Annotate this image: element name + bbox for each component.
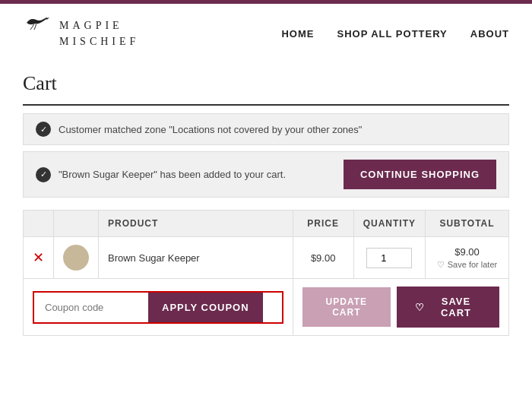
- notice-added-label: "Brown Sugar Keeper" has been added to y…: [59, 169, 286, 180]
- update-cart-button[interactable]: UPDATE CART: [302, 287, 391, 327]
- check-icon-2: ✓: [36, 167, 51, 182]
- logo-bird-icon: [23, 14, 53, 36]
- save-later-label: Save for later: [448, 260, 497, 269]
- notice-added: ✓ "Brown Sugar Keeper" has been added to…: [23, 151, 509, 198]
- subtotal-cell: $9.00 ♡ Save for later: [426, 237, 509, 279]
- notice-zone-text: Customer matched zone "Locations not cov…: [59, 124, 362, 135]
- heart-icon: ♡: [437, 260, 445, 270]
- product-thumbnail: [63, 245, 89, 271]
- cart-table: PRODUCT PRICE QUANTITY SUBTOTAL ✕ Brown …: [23, 210, 509, 336]
- col-header-img: [54, 211, 99, 237]
- logo-area: MAGPIE MISCHIEF: [23, 17, 139, 49]
- nav-item-home[interactable]: HOME: [281, 28, 314, 40]
- col-header-remove: [24, 211, 54, 237]
- col-header-subtotal: SUBTOTAL: [426, 211, 509, 237]
- save-cart-button[interactable]: ♡ SAVE CART: [397, 287, 499, 328]
- save-cart-label: SAVE CART: [431, 296, 481, 318]
- coupon-cell: APPLY COUPON: [24, 279, 293, 336]
- col-header-price: PRICE: [293, 211, 353, 237]
- remove-cell: ✕: [24, 237, 54, 279]
- coupon-input[interactable]: [34, 294, 148, 321]
- cart-actions-cell: UPDATE CART ♡ SAVE CART: [293, 279, 508, 336]
- notice-added-text: ✓ "Brown Sugar Keeper" has been added to…: [36, 167, 286, 182]
- image-cell: [54, 237, 99, 279]
- nav-item-shop[interactable]: SHOP ALL POTTERY: [337, 28, 447, 40]
- check-icon-1: ✓: [36, 122, 51, 137]
- notice-zone: ✓ Customer matched zone "Locations not c…: [23, 113, 509, 145]
- title-divider: [23, 104, 509, 106]
- main-content: Cart ✓ Customer matched zone "Locations …: [0, 57, 532, 351]
- logo-text: MAGPIE MISCHIEF: [59, 17, 139, 49]
- price-cell: $9.00: [293, 237, 353, 279]
- save-for-later[interactable]: ♡ Save for later: [435, 260, 499, 270]
- cart-table-header: PRODUCT PRICE QUANTITY SUBTOTAL: [24, 211, 509, 237]
- table-row: ✕ Brown Sugar Keeper $9.00 $9.00 ♡ Save …: [24, 237, 509, 279]
- page-title: Cart: [23, 72, 509, 95]
- coupon-area: APPLY COUPON: [33, 291, 283, 324]
- nav-item-about[interactable]: ABOUT: [470, 28, 509, 40]
- subtotal-value: $9.00: [435, 246, 499, 258]
- heart-icon-save: ♡: [415, 302, 425, 313]
- header: MAGPIE MISCHIEF HOME SHOP ALL POTTERY AB…: [0, 4, 532, 57]
- cart-action-buttons: UPDATE CART ♡ SAVE CART: [302, 287, 499, 328]
- col-header-quantity: QUANTITY: [353, 211, 425, 237]
- product-name-cell: Brown Sugar Keeper: [99, 237, 293, 279]
- remove-item-button[interactable]: ✕: [33, 249, 44, 266]
- main-nav: HOME SHOP ALL POTTERY ABOUT: [281, 28, 509, 40]
- quantity-cell: [353, 237, 425, 279]
- quantity-input[interactable]: [366, 248, 412, 268]
- apply-coupon-button[interactable]: APPLY COUPON: [148, 293, 263, 322]
- col-header-product: PRODUCT: [99, 211, 293, 237]
- coupon-row: APPLY COUPON UPDATE CART ♡ SAVE CART: [24, 279, 509, 336]
- continue-shopping-button[interactable]: CONTINUE SHOPPING: [344, 160, 496, 189]
